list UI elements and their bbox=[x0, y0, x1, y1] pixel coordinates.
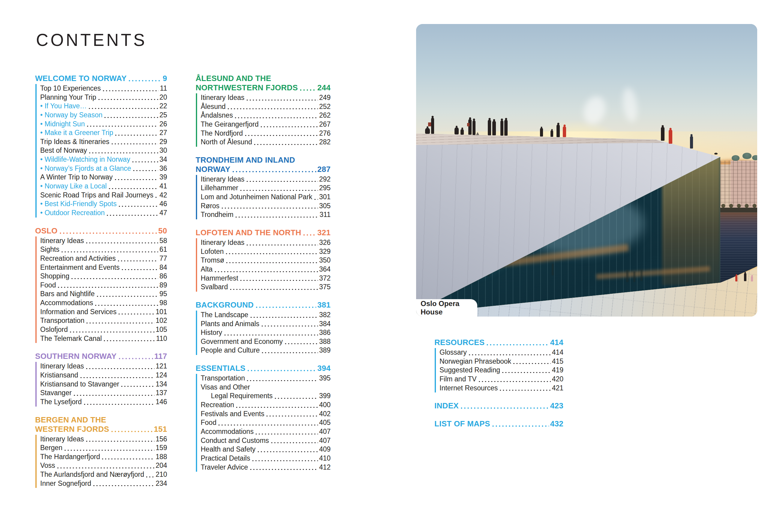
dot-leader bbox=[104, 117, 158, 118]
entry-page-number: 407 bbox=[319, 436, 331, 445]
dot-leader bbox=[252, 460, 318, 462]
entry-page-number: 137 bbox=[156, 389, 167, 398]
entry-page-number: 400 bbox=[319, 400, 331, 409]
entry-page-number: 420 bbox=[552, 375, 564, 384]
dot-leader bbox=[513, 363, 551, 364]
toc-entry: Kristiansand to Stavanger134 bbox=[40, 380, 167, 389]
toc-entry: Information and Services101 bbox=[40, 307, 167, 317]
section-heading: TRONDHEIM AND INLANDNORWAY287 bbox=[196, 155, 331, 174]
dot-leader bbox=[64, 449, 154, 451]
entry-page-number: 326 bbox=[319, 238, 331, 247]
section-entries: Itinerary Ideas58Sights61Recreation and … bbox=[35, 236, 167, 343]
person-silhouette bbox=[504, 120, 507, 136]
dot-leader bbox=[74, 395, 154, 396]
toc-entry: Norwegian Phrasebook415 bbox=[439, 357, 564, 366]
dot-leader bbox=[226, 262, 318, 263]
entry-label: Government and Economy bbox=[201, 337, 283, 346]
dot-leader bbox=[226, 253, 318, 254]
entry-label: • Outdoor Recreation bbox=[40, 208, 105, 217]
entry-page-number: 30 bbox=[159, 146, 167, 155]
toc-entry: The Aurlandsfjord and Nærøyfjord210 bbox=[40, 470, 167, 479]
entry-page-number: 305 bbox=[319, 202, 331, 211]
section-heading: RESOURCES414 bbox=[434, 338, 564, 347]
section-page-number: 423 bbox=[550, 401, 564, 410]
entry-label: Glossary bbox=[439, 348, 467, 357]
toc-entry: Hammerfest372 bbox=[201, 274, 331, 283]
dot-leader bbox=[461, 407, 549, 409]
entry-page-number: 262 bbox=[319, 111, 331, 120]
entry-page-number: 25 bbox=[159, 111, 167, 120]
dot-leader bbox=[285, 343, 318, 344]
entry-page-number: 159 bbox=[156, 443, 167, 452]
entry-label: Hammerfest bbox=[201, 274, 238, 283]
dot-leader bbox=[225, 334, 318, 336]
toc-entry: Inner Sognefjord234 bbox=[40, 479, 167, 488]
entry-page-number: 311 bbox=[320, 210, 331, 219]
entry-label: Information and Services bbox=[40, 307, 116, 317]
entry-page-number: 421 bbox=[552, 384, 564, 393]
entry-label: Planning Your Trip bbox=[40, 93, 96, 102]
section-entries: Transportation395Visas and OtherLegal Re… bbox=[196, 374, 331, 472]
person-silhouette bbox=[460, 129, 464, 135]
entry-label: Itinerary Ideas bbox=[40, 236, 84, 245]
toc-entry: The Hardangerfjord188 bbox=[40, 452, 167, 462]
dot-leader bbox=[256, 306, 316, 308]
section-heading: LOFOTEN AND THE NORTH321 bbox=[196, 228, 331, 237]
dot-leader bbox=[233, 171, 316, 173]
toc-entry: Svalbard375 bbox=[201, 283, 331, 292]
section-title: ESSENTIALS bbox=[196, 364, 245, 373]
section-title: LIST OF MAPS bbox=[434, 419, 490, 429]
section-entries: The Landscape382Plants and Animals384His… bbox=[196, 310, 331, 355]
toc-section: BERGEN AND THEWESTERN FJORDS151Itinerary… bbox=[35, 415, 167, 488]
entry-page-number: 89 bbox=[159, 281, 167, 290]
dot-leader bbox=[133, 170, 158, 171]
entry-page-number: 295 bbox=[319, 184, 331, 193]
toc-section: RESOURCES414Glossary414Norwegian Phraseb… bbox=[434, 338, 564, 392]
person-silhouette bbox=[492, 121, 496, 135]
toc-column-middle: ÅLESUND AND THENORTHWESTERN FJORDS244Iti… bbox=[196, 74, 331, 480]
toc-entry: • Norway by Season25 bbox=[40, 111, 167, 120]
toc-entry: Itinerary Ideas292 bbox=[201, 175, 331, 184]
dot-leader bbox=[250, 317, 318, 318]
entry-page-number: 84 bbox=[159, 263, 167, 272]
toc-entry: The Geirangerfjord267 bbox=[201, 120, 331, 129]
toc-entry: Best of Norway30 bbox=[40, 146, 167, 155]
section-heading-line: TRONDHEIM AND INLAND bbox=[196, 155, 331, 165]
dot-leader bbox=[240, 190, 318, 191]
entry-label: Traveler Advice bbox=[201, 463, 248, 472]
person-silhouette-red bbox=[563, 126, 566, 137]
entry-label: Oslofjord bbox=[40, 325, 68, 334]
plaza-person bbox=[744, 273, 746, 281]
entry-label: • Wildlife-Watching in Norway bbox=[40, 155, 130, 164]
entry-label: Scenic Road Trips and Rail Journeys bbox=[40, 191, 153, 200]
toc-entry: The Telemark Canal110 bbox=[40, 334, 167, 343]
entry-page-number: 86 bbox=[159, 272, 167, 281]
entry-page-number: 58 bbox=[159, 236, 167, 245]
toc-entry: Transportation395 bbox=[201, 374, 331, 383]
dot-leader bbox=[118, 313, 154, 315]
entry-page-number: 412 bbox=[319, 463, 331, 472]
dot-leader bbox=[275, 398, 318, 399]
toc-section: OSLO50Itinerary Ideas58Sights61Recreatio… bbox=[35, 226, 167, 343]
entry-label: Trondheim bbox=[201, 210, 233, 219]
dot-leader bbox=[236, 216, 318, 218]
entry-label: Plants and Animals bbox=[201, 320, 259, 329]
entry-page-number: 121 bbox=[156, 362, 167, 371]
toc-entry: Legal Requirements399 bbox=[201, 392, 331, 400]
entry-page-number: 276 bbox=[319, 129, 331, 138]
entry-page-number: 41 bbox=[159, 182, 167, 191]
dot-leader bbox=[492, 425, 549, 427]
entry-page-number: 415 bbox=[552, 357, 564, 366]
section-entries: Top 10 Experiences11Planning Your Trip20… bbox=[35, 84, 167, 217]
dot-leader bbox=[109, 188, 158, 189]
section-heading: WELCOME TO NORWAY9 bbox=[35, 74, 167, 83]
toc-entry: • Wildlife-Watching in Norway34 bbox=[40, 155, 167, 164]
dot-leader bbox=[247, 370, 316, 372]
bird bbox=[714, 153, 718, 154]
toc-entry: Voss204 bbox=[40, 461, 167, 470]
toc-entry: Accommodations98 bbox=[40, 298, 167, 307]
dot-leader bbox=[314, 199, 318, 200]
dot-leader bbox=[97, 296, 158, 297]
section-page-number: 381 bbox=[318, 300, 331, 310]
dot-leader bbox=[228, 108, 318, 109]
